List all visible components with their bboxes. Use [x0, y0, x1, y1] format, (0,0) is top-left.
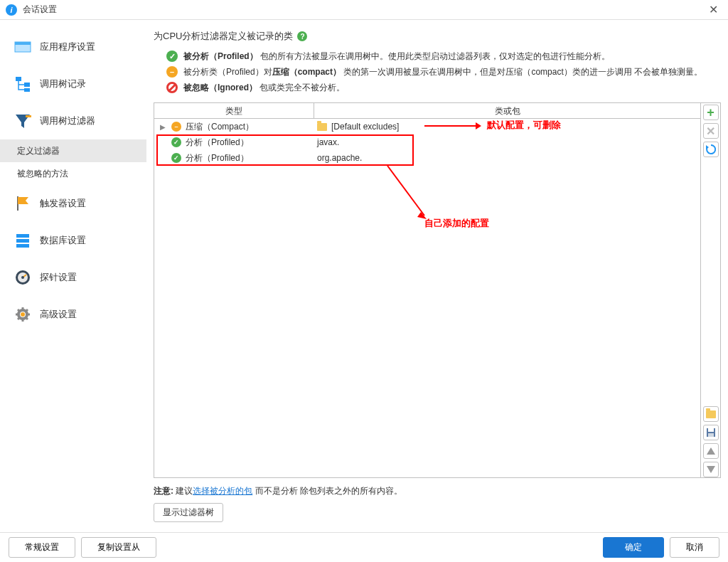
svg-rect-2 — [16, 77, 21, 81]
footer: 常规设置 复制设置从 确定 取消 — [0, 532, 728, 562]
sidebar-item-label: 探针设置 — [40, 271, 77, 284]
description-list: ✓ 被分析（Profiled） 包的所有方法被显示在调用树中。使用此类型启动过滤… — [154, 48, 721, 95]
cancel-button[interactable]: 取消 — [670, 537, 719, 558]
general-settings-button[interactable]: 常规设置 — [9, 537, 75, 558]
sidebar-item-label: 调用树记录 — [40, 78, 86, 90]
row-package-label: org.apache. — [317, 153, 362, 163]
refresh-button[interactable] — [703, 142, 719, 157]
svg-rect-1 — [15, 42, 31, 45]
toolbar: + ✕ — [700, 103, 720, 477]
sidebar-item-app-settings[interactable]: 应用程序设置 — [0, 28, 146, 65]
sidebar-item-label: 定义过滤器 — [17, 145, 60, 157]
col-type[interactable]: 类型 — [154, 103, 314, 118]
check-icon: ✓ — [171, 153, 181, 163]
move-up-button[interactable] — [703, 443, 719, 459]
desc-ignored: 被忽略（Ignored） 包或类完全不被分析。 — [166, 80, 721, 95]
svg-point-15 — [21, 312, 25, 317]
expand-arrow-icon[interactable]: ▶ — [160, 123, 167, 131]
save-button[interactable] — [703, 425, 719, 440]
sidebar-item-call-filter[interactable]: 调用树过滤器 — [0, 102, 146, 139]
database-icon — [13, 230, 33, 250]
flag-icon — [13, 193, 33, 213]
ok-button[interactable]: 确定 — [603, 537, 664, 558]
svg-rect-5 — [26, 115, 31, 117]
svg-point-13 — [21, 276, 24, 279]
svg-marker-27 — [417, 212, 427, 219]
grid-header: 类型 类或包 — [154, 103, 700, 119]
gear-icon — [13, 304, 33, 324]
folder-icon — [706, 410, 716, 418]
svg-rect-7 — [16, 234, 29, 238]
delete-button[interactable]: ✕ — [703, 123, 719, 139]
copy-settings-button[interactable]: 复制设置从 — [81, 537, 156, 558]
svg-rect-31 — [708, 433, 714, 437]
move-down-button[interactable] — [703, 462, 719, 477]
close-button[interactable]: ✕ — [705, 3, 722, 16]
desc-compact: – 被分析类（Profiled）对压缩（compact） 类的第一次调用被显示在… — [166, 64, 721, 80]
sidebar-item-probe[interactable]: 探针设置 — [0, 259, 146, 296]
col-package[interactable]: 类或包 — [314, 103, 700, 118]
sidebar-item-define-filter[interactable]: 定义过滤器 — [0, 139, 146, 162]
sidebar-item-label: 触发器设置 — [40, 197, 86, 210]
svg-line-26 — [387, 166, 424, 216]
svg-marker-33 — [707, 466, 715, 473]
sidebar-item-advanced[interactable]: 高级设置 — [0, 296, 146, 333]
svg-rect-30 — [708, 428, 714, 432]
annotation-added: 自己添加的配置 — [424, 217, 489, 230]
table-row[interactable]: ▶–压缩（Compact）[Default excludes] — [154, 119, 700, 134]
sidebar: 应用程序设置 调用树记录 调用树过滤器 定义过滤器 被忽略的方法 触发器设置 数… — [0, 20, 146, 532]
filter-table-area: 类型 类或包 ▶–压缩（Compact）[Default excludes]✓分… — [154, 102, 721, 478]
page-heading: 为CPU分析过滤器定义被记录的类 ? — [154, 30, 721, 43]
desc-profiled: ✓ 被分析（Profiled） 包的所有方法被显示在调用树中。使用此类型启动过滤… — [166, 48, 721, 64]
row-type-label: 压缩（Compact） — [186, 121, 254, 133]
note-link[interactable]: 选择被分析的包 — [193, 486, 252, 496]
open-folder-button[interactable] — [703, 406, 719, 422]
add-button[interactable]: + — [703, 105, 719, 120]
check-icon: ✓ — [171, 137, 181, 147]
funnel-icon — [13, 111, 33, 131]
svg-line-20 — [18, 309, 20, 312]
svg-rect-9 — [16, 244, 29, 248]
sidebar-item-label: 调用树过滤器 — [40, 115, 95, 127]
heading-text: 为CPU分析过滤器定义被记录的类 — [154, 30, 293, 43]
show-filter-tree-button[interactable]: 显示过滤器树 — [154, 503, 223, 522]
sidebar-item-label: 应用程序设置 — [40, 41, 95, 53]
app-icon: i — [6, 4, 17, 16]
table-row[interactable]: ✓分析（Profiled）org.apache. — [154, 150, 700, 166]
svg-rect-3 — [24, 83, 30, 87]
svg-line-22 — [18, 317, 20, 319]
sidebar-item-ignored-methods[interactable]: 被忽略的方法 — [0, 162, 146, 185]
sidebar-item-database[interactable]: 数据库设置 — [0, 222, 146, 259]
svg-rect-8 — [16, 239, 29, 243]
forbidden-icon — [166, 82, 178, 93]
save-icon — [706, 428, 716, 438]
row-package-label: [Default excludes] — [331, 122, 399, 132]
check-icon: ✓ — [166, 51, 178, 62]
row-package-label: javax. — [317, 137, 339, 147]
svg-marker-32 — [707, 447, 715, 455]
svg-line-21 — [26, 317, 28, 319]
main-panel: 为CPU分析过滤器定义被记录的类 ? ✓ 被分析（Profiled） 包的所有方… — [146, 20, 728, 532]
sidebar-item-label: 数据库设置 — [40, 234, 86, 247]
minus-icon: – — [166, 66, 178, 78]
row-type-label: 分析（Profiled） — [186, 137, 249, 149]
note: 注意: 建议选择被分析的包 而不是分析 除包列表之外的所有内容。 — [154, 485, 721, 497]
tree-icon — [13, 74, 33, 94]
table-row[interactable]: ✓分析（Profiled）javax. — [154, 134, 700, 150]
window-icon — [13, 37, 33, 57]
folder-icon — [317, 123, 327, 131]
svg-rect-4 — [24, 88, 30, 92]
titlebar: i 会话设置 ✕ — [0, 0, 728, 20]
sidebar-item-call-tree[interactable]: 调用树记录 — [0, 65, 146, 102]
arrow-icon — [382, 166, 432, 223]
sidebar-item-triggers[interactable]: 触发器设置 — [0, 185, 146, 222]
sidebar-item-label: 高级设置 — [40, 308, 77, 321]
filter-grid[interactable]: 类型 类或包 ▶–压缩（Compact）[Default excludes]✓分… — [154, 103, 700, 477]
help-icon[interactable]: ? — [297, 31, 307, 41]
svg-line-23 — [26, 309, 28, 312]
row-type-label: 分析（Profiled） — [186, 152, 249, 164]
sidebar-item-label: 被忽略的方法 — [17, 168, 68, 180]
gauge-icon — [13, 267, 33, 287]
minus-icon: – — [171, 122, 181, 132]
window-title: 会话设置 — [23, 4, 705, 16]
